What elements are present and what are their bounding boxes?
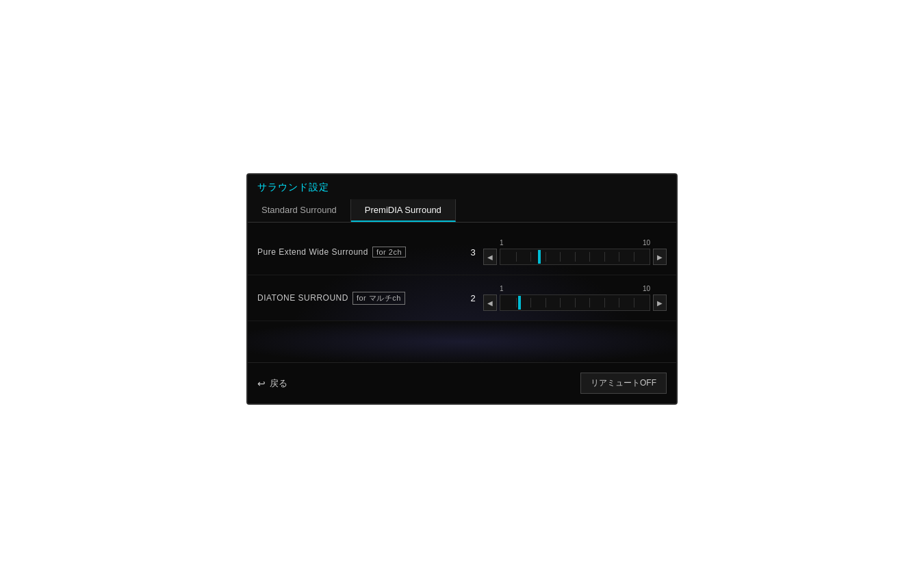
pure-extend-thumb[interactable] [538, 250, 541, 264]
pure-extend-increment[interactable]: ▶ [653, 249, 667, 265]
pure-extend-label: Pure Extend Wide Surround for 2ch [257, 247, 463, 257]
pure-extend-value: 3 [463, 247, 483, 257]
back-button[interactable]: ↩ 戻る [257, 377, 287, 390]
pure-extend-slider-container: 1 10 ◀ [483, 239, 667, 265]
row-diatone: DIATONE SURROUND for マルチch 2 1 10 ◀ [248, 275, 676, 321]
tab-bar: Standard Surround PremiDIA Surround [248, 199, 676, 223]
row-pure-extend: Pure Extend Wide Surround for 2ch 3 1 10… [248, 229, 676, 275]
diatone-decrement[interactable]: ◀ [483, 294, 497, 311]
diatone-label: DIATONE SURROUND for マルチch [257, 292, 463, 305]
diatone-track[interactable] [500, 294, 650, 311]
bottom-bar: ↩ 戻る リアミュートOFF [248, 362, 676, 403]
diatone-slider-container: 1 10 ◀ [483, 285, 667, 311]
diatone-ticks [500, 295, 650, 310]
surround-panel: サラウンド設定 Standard Surround PremiDIA Surro… [246, 173, 678, 405]
diatone-tag: for マルチch [352, 292, 405, 305]
back-label: 戻る [270, 377, 287, 390]
pure-extend-scale: 1 10 [483, 239, 667, 247]
pure-extend-track[interactable] [500, 249, 650, 265]
tab-standard[interactable]: Standard Surround [248, 199, 351, 222]
diatone-increment[interactable]: ▶ [653, 294, 667, 311]
diatone-thumb[interactable] [518, 296, 521, 310]
content-area: Pure Extend Wide Surround for 2ch 3 1 10… [248, 223, 676, 362]
pure-extend-tag: for 2ch [372, 247, 406, 257]
panel-title: サラウンド設定 [248, 175, 676, 199]
diatone-value: 2 [463, 293, 483, 303]
tab-premidia[interactable]: PremiDIA Surround [351, 199, 456, 222]
pure-extend-ticks [500, 249, 650, 264]
diatone-track-wrapper: ◀ [483, 294, 667, 311]
diatone-scale: 1 10 [483, 285, 667, 292]
pure-extend-track-wrapper: ◀ [483, 249, 667, 265]
mute-button[interactable]: リアミュートOFF [580, 373, 667, 394]
pure-extend-decrement[interactable]: ◀ [483, 249, 497, 265]
empty-area [248, 321, 676, 362]
back-icon: ↩ [257, 378, 266, 389]
